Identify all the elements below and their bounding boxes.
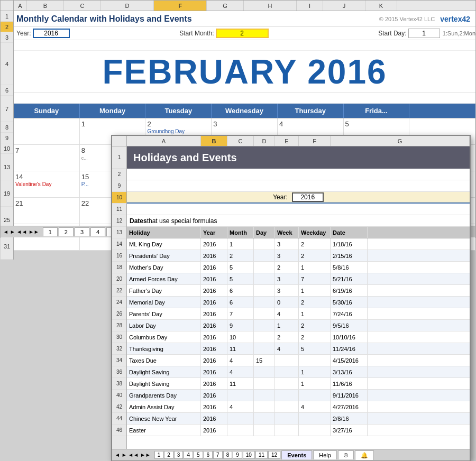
cell-date: 3/27/16	[331, 425, 368, 436]
cell-year: 2016	[201, 308, 227, 319]
cell-day	[254, 285, 275, 296]
cell-holiday: Thanksgiving	[127, 343, 201, 354]
popup-tab-copyright[interactable]: ©	[338, 450, 354, 459]
cell-day	[254, 308, 275, 319]
row-headers: 1 2 3 4 6 7 8 9 10 13 19 25 31	[1, 11, 14, 260]
num-tab-8[interactable]: 8	[223, 451, 233, 459]
cell-day	[254, 425, 275, 436]
cell-weekday: 1	[299, 366, 331, 377]
table-row: Father's Day 2016 6 3 1 6/19/16	[127, 285, 470, 297]
cell-month: 1	[227, 238, 254, 250]
cell-year: 2016	[201, 331, 227, 343]
corner-cell	[1, 1, 14, 11]
spreadsheet-title: Monthly Calendar with Holidays and Event…	[16, 14, 192, 24]
cell-year: 2016	[201, 343, 227, 354]
empty-row-3	[14, 40, 475, 51]
sheet-tab-4[interactable]: 4	[90, 227, 105, 236]
cell-holiday: Labor Day	[127, 320, 201, 331]
cell-day	[254, 390, 275, 401]
cell-week	[275, 401, 299, 412]
cell-week	[275, 366, 299, 377]
popup-nav-arrows[interactable]: ◄ ► ◄◄ ►►	[112, 452, 153, 458]
cal-cell-w1d0	[14, 118, 80, 144]
table-row: Thanksgiving 2016 11 4 5 11/24/16	[127, 343, 470, 355]
sheet-tab-2[interactable]: 2	[59, 227, 74, 236]
day-num: 5	[345, 120, 408, 128]
year-input[interactable]	[33, 29, 70, 38]
popup-tab-help[interactable]: Help	[313, 450, 337, 459]
popup-rh-30: 30	[112, 331, 126, 343]
start-month-input[interactable]	[216, 29, 269, 38]
sheet-tab-1[interactable]: 1	[43, 227, 58, 236]
num-tab-11[interactable]: 11	[255, 451, 268, 459]
cell-year: 2016	[201, 273, 227, 284]
cell-day	[254, 250, 275, 261]
cell-date: 11/24/16	[331, 343, 368, 354]
row-8: 8	[1, 122, 13, 133]
popup-rh-46: 46	[112, 425, 126, 436]
start-day-note: 1:Sun,2:Mon	[443, 30, 475, 36]
num-tab-5[interactable]: 5	[194, 451, 203, 459]
num-tab-9[interactable]: 9	[233, 451, 242, 459]
cell-date: 9/11/2016	[331, 390, 368, 401]
cell-week: 0	[275, 297, 299, 308]
table-row: Mother's Day 2016 5 2 1 5/8/16	[127, 262, 470, 273]
sheet-tab-3[interactable]: 3	[75, 227, 89, 236]
popup-tabs: ◄ ► ◄◄ ►► 1 2 3 4 5 6 7 8 9 10 11 12 Eve…	[112, 449, 470, 460]
cell-week	[275, 425, 299, 436]
num-tab-6[interactable]: 6	[204, 451, 213, 459]
cell-week: 2	[275, 262, 299, 273]
popup-col-header-row: A B C D E F G	[112, 136, 470, 146]
cell-holiday: Presidents' Day	[127, 250, 201, 261]
popup-col-f: F	[299, 136, 331, 146]
cell-date: 9/5/16	[331, 320, 368, 331]
col-j: K	[365, 1, 397, 11]
day-num: 1	[81, 120, 144, 128]
start-day-input[interactable]	[408, 29, 440, 38]
popup-table-header: Holiday Year Month Day Week Weekday Date	[127, 227, 470, 238]
cell-month: 10	[227, 331, 254, 343]
num-tab-7[interactable]: 7	[213, 451, 223, 459]
cell-week: 1	[275, 320, 299, 331]
popup-tab-bell[interactable]: 🔔	[355, 450, 374, 460]
copyright-text: © 2015 Vertex42 LLC	[379, 16, 435, 22]
cell-date: 5/30/16	[331, 297, 368, 308]
popup-empty-row11	[127, 204, 470, 215]
num-tab-10[interactable]: 10	[243, 451, 255, 459]
popup-year-input-row: Year:	[127, 192, 470, 204]
cell-year: 2016	[201, 320, 227, 331]
col-d: D	[101, 1, 154, 11]
popup-tab-events[interactable]: Events	[281, 450, 312, 459]
num-tab-4[interactable]: 4	[184, 451, 193, 459]
num-tab-3[interactable]: 3	[174, 451, 184, 459]
table-row: ML King Day 2016 1 3 2 1/18/16	[127, 238, 470, 250]
cell-holiday: Grandparents Day	[127, 390, 201, 401]
cell-holiday: Mother's Day	[127, 262, 201, 273]
day-header-sun: Sunday	[14, 104, 80, 118]
num-tab-2[interactable]: 2	[164, 451, 173, 459]
popup-row-headers: 1 2 9 10 11 12 13 14 16 18 20 22 24 26 2…	[112, 146, 127, 449]
cell-week: 3	[275, 238, 299, 250]
num-tab-12[interactable]: 12	[268, 451, 280, 459]
event-p: P...	[81, 181, 89, 187]
cell-date: 5/8/16	[331, 262, 368, 273]
cell-year: 2016	[201, 250, 227, 261]
table-row: Presidents' Day 2016 2 3 2 2/15/16	[127, 250, 470, 262]
sheet-nav-arrows[interactable]: ◄ ► ◄◄ ►►	[1, 229, 42, 235]
cell-year: 2016	[201, 425, 227, 436]
cell-holiday: Armed Forces Day	[127, 273, 201, 284]
cell-holiday: Parents' Day	[127, 308, 201, 319]
num-tab-1[interactable]: 1	[154, 451, 164, 459]
popup-rh-20: 20	[112, 273, 126, 285]
popup-rh-34: 34	[112, 355, 126, 366]
cell-week: 3	[275, 273, 299, 284]
cell-week	[275, 413, 299, 424]
vertex-logo: vertex42	[440, 15, 470, 23]
cell-weekday: 2	[299, 238, 331, 250]
month-title-row: FEBRUARY 2016	[14, 51, 475, 93]
row-4: 4	[1, 43, 13, 85]
table-row: Armed Forces Day 2016 5 3 7 5/21/16	[127, 273, 470, 285]
cell-month	[227, 413, 254, 424]
cell-weekday: 1	[299, 378, 331, 389]
popup-year-input[interactable]	[292, 192, 324, 202]
